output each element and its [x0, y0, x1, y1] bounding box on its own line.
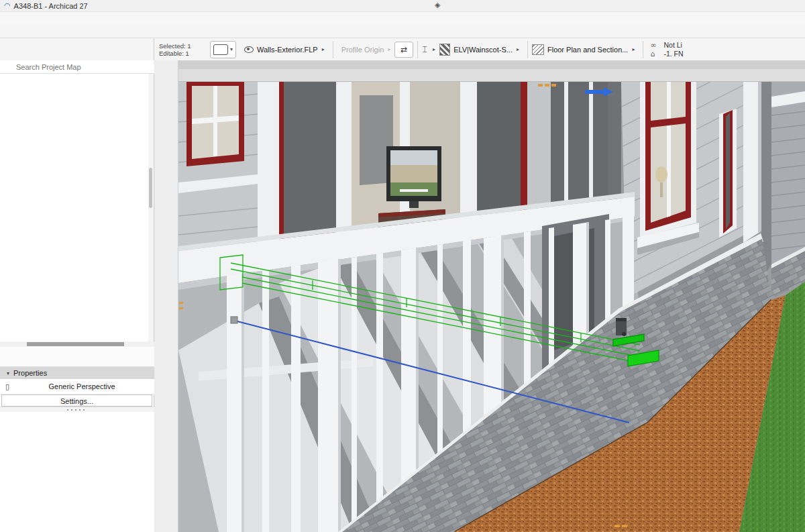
- search-input[interactable]: [0, 60, 154, 74]
- link-status: Not Li: [663, 41, 682, 50]
- chevron-right-icon: ▸: [433, 46, 435, 52]
- archicad-window: ◠ A348-B1 - Archicad 27 ◈ Selected: 1 Ed…: [0, 0, 805, 532]
- info-box: Selected: 1 Editable: 1 ▾ Walls-Exterior…: [155, 38, 805, 60]
- selected-count: Selected: 1: [159, 42, 201, 50]
- toolbox: [154, 60, 178, 532]
- window-title: A348-B1 - Archicad 27: [14, 2, 88, 10]
- profile-origin-control: Profile Origin ▸: [341, 46, 395, 54]
- tab-bar: [178, 69, 805, 82]
- navigator-header: [0, 38, 154, 60]
- quick-options-bar: [0, 412, 154, 532]
- complex-profile-selector[interactable]: ELV|Wainscot-S... ▸: [439, 44, 523, 56]
- editable-count: Editable: 1: [159, 50, 201, 57]
- column-icon: ⌶: [422, 44, 427, 55]
- chevron-right-icon: ▸: [632, 46, 635, 52]
- tree-vertical-scrollbar[interactable]: [148, 74, 153, 341]
- separator: [643, 41, 643, 58]
- link-story-status: ∞Not Li ⌂-1. FN: [650, 41, 683, 58]
- scrollbar-thumb[interactable]: [27, 342, 124, 346]
- hatch-swatch-icon: [532, 44, 544, 55]
- profile-origin-label: Profile Origin: [341, 46, 384, 54]
- menu-bar: [0, 12, 805, 23]
- home-story: -1. FN: [663, 50, 683, 58]
- info-row: Selected: 1 Editable: 1 ▾ Walls-Exterior…: [0, 38, 805, 61]
- main-toolbar: [0, 23, 805, 38]
- current-view-row: ▯ Generic Perspective: [0, 379, 154, 394]
- chevron-right-icon: ▸: [517, 46, 519, 52]
- floor-plan-display-selector[interactable]: Floor Plan and Section... ▸: [532, 44, 639, 55]
- stylus-indicator-icon: ◈: [435, 1, 440, 9]
- link-icon: ∞: [650, 41, 663, 50]
- collapse-icon: ▾: [7, 370, 9, 376]
- layer-name: Walls-Exterior.FLP: [257, 46, 318, 54]
- scrollbar-thumb[interactable]: [149, 168, 152, 208]
- 3d-viewport[interactable]: [178, 82, 805, 532]
- layer-selector[interactable]: Walls-Exterior.FLP ▸: [244, 46, 329, 54]
- default-settings-button[interactable]: ▾: [210, 41, 236, 58]
- separator: [333, 41, 333, 58]
- chevron-right-icon: ▸: [388, 46, 390, 52]
- tree-horizontal-scrollbar[interactable]: [0, 341, 154, 347]
- flip-button[interactable]: ⇄: [394, 42, 413, 58]
- story-icon: ⌂: [650, 50, 663, 58]
- profile-swatch-icon: [439, 44, 450, 56]
- garage-wing: [770, 82, 805, 298]
- eye-icon: [244, 46, 254, 53]
- title-bar: ◠ A348-B1 - Archicad 27 ◈: [0, 0, 805, 12]
- navigator-actions: [0, 347, 154, 367]
- properties-header[interactable]: ▾ Properties: [0, 367, 154, 379]
- floor-plan-display-label: Floor Plan and Section...: [547, 46, 628, 54]
- archicad-logo-icon: ◠: [4, 1, 11, 10]
- separator: [417, 41, 418, 58]
- complex-profile-name: ELV|Wainscot-S...: [453, 46, 513, 54]
- chevron-right-icon: ▸: [322, 46, 325, 52]
- canvas-area: [178, 60, 805, 532]
- navigator-panel: ▾ Properties ▯ Generic Perspective Setti…: [0, 60, 154, 532]
- chevron-down-icon: ▾: [230, 46, 233, 52]
- 3d-scene: [178, 82, 805, 532]
- properties-title: Properties: [13, 369, 47, 377]
- project-map-tree: [0, 74, 149, 341]
- settings-button[interactable]: Settings...: [1, 394, 152, 407]
- corner-red-window: [719, 109, 737, 237]
- selection-status: Selected: 1 Editable: 1: [159, 42, 201, 57]
- separator: [527, 41, 528, 58]
- current-view-name: Generic Perspective: [9, 382, 154, 390]
- column-profile-selector[interactable]: ⌶ ▸: [422, 44, 439, 55]
- tall-red-window: [637, 82, 699, 255]
- wall-settings-icon: [213, 44, 228, 55]
